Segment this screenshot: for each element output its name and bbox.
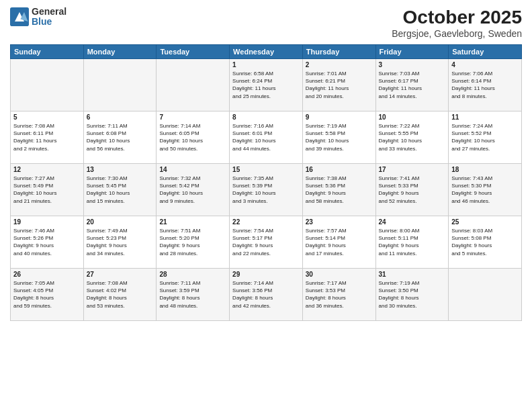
weekday-header: Sunday (11, 45, 84, 59)
day-number: 21 (159, 218, 226, 226)
calendar-day-cell: 10Sunrise: 7:22 AM Sunset: 5:55 PM Dayli… (375, 111, 449, 164)
calendar-week-row: 12Sunrise: 7:27 AM Sunset: 5:49 PM Dayli… (11, 164, 522, 216)
day-info: Sunrise: 7:27 AM Sunset: 5:49 PM Dayligh… (13, 175, 81, 205)
day-info: Sunrise: 7:30 AM Sunset: 5:45 PM Dayligh… (87, 175, 154, 205)
day-number: 2 (306, 61, 373, 68)
calendar-day-cell: 30Sunrise: 7:17 AM Sunset: 3:53 PM Dayli… (302, 269, 375, 321)
calendar-day-cell: 5Sunrise: 7:08 AM Sunset: 6:11 PM Daylig… (11, 111, 84, 164)
day-number: 24 (379, 218, 446, 226)
day-info: Sunrise: 7:19 AM Sunset: 3:50 PM Dayligh… (379, 279, 446, 310)
day-number: 7 (159, 113, 226, 121)
day-info: Sunrise: 7:38 AM Sunset: 5:36 PM Dayligh… (306, 175, 373, 205)
page-header: General Blue October 2025 Bergsjoe, Gaev… (10, 7, 522, 39)
calendar-day-cell: 20Sunrise: 7:49 AM Sunset: 5:23 PM Dayli… (83, 216, 157, 269)
calendar-day-cell: 12Sunrise: 7:27 AM Sunset: 5:49 PM Dayli… (11, 164, 84, 216)
calendar-day-cell (449, 269, 522, 321)
day-info: Sunrise: 7:54 AM Sunset: 5:17 PM Dayligh… (232, 227, 300, 257)
calendar-day-cell: 27Sunrise: 7:08 AM Sunset: 4:02 PM Dayli… (83, 269, 157, 321)
day-number: 11 (451, 113, 519, 121)
day-info: Sunrise: 7:41 AM Sunset: 5:33 PM Dayligh… (379, 175, 446, 205)
day-info: Sunrise: 7:11 AM Sunset: 6:08 PM Dayligh… (87, 122, 154, 152)
day-number: 19 (13, 218, 81, 226)
calendar-day-cell: 2Sunrise: 7:01 AM Sunset: 6:21 PM Daylig… (302, 59, 375, 111)
day-info: Sunrise: 8:00 AM Sunset: 5:11 PM Dayligh… (379, 227, 446, 257)
calendar-day-cell (11, 59, 84, 111)
calendar-week-row: 5Sunrise: 7:08 AM Sunset: 6:11 PM Daylig… (11, 111, 522, 164)
weekday-header: Friday (375, 45, 449, 59)
logo-text: General Blue (32, 7, 66, 28)
day-info: Sunrise: 7:14 AM Sunset: 6:05 PM Dayligh… (159, 122, 226, 152)
logo-general-text: General (32, 7, 66, 17)
weekday-header: Thursday (302, 45, 375, 59)
day-info: Sunrise: 7:43 AM Sunset: 5:30 PM Dayligh… (451, 175, 519, 205)
calendar-day-cell: 9Sunrise: 7:19 AM Sunset: 5:58 PM Daylig… (302, 111, 375, 164)
calendar-day-cell: 18Sunrise: 7:43 AM Sunset: 5:30 PM Dayli… (449, 164, 522, 216)
day-number: 29 (232, 271, 300, 278)
day-number: 26 (13, 271, 81, 278)
logo-icon (10, 7, 29, 26)
calendar-day-cell: 13Sunrise: 7:30 AM Sunset: 5:45 PM Dayli… (83, 164, 157, 216)
day-info: Sunrise: 7:01 AM Sunset: 6:21 PM Dayligh… (306, 70, 373, 100)
calendar-day-cell: 23Sunrise: 7:57 AM Sunset: 5:14 PM Dayli… (302, 216, 375, 269)
weekday-header: Tuesday (157, 45, 230, 59)
day-info: Sunrise: 6:58 AM Sunset: 6:24 PM Dayligh… (232, 70, 300, 100)
calendar-header-row: SundayMondayTuesdayWednesdayThursdayFrid… (11, 45, 522, 59)
day-number: 12 (13, 166, 81, 173)
calendar-day-cell: 3Sunrise: 7:03 AM Sunset: 6:17 PM Daylig… (375, 59, 449, 111)
month-title: October 2025 (392, 7, 522, 28)
calendar-day-cell: 7Sunrise: 7:14 AM Sunset: 6:05 PM Daylig… (157, 111, 230, 164)
weekday-header: Wednesday (230, 45, 303, 59)
title-block: October 2025 Bergsjoe, Gaevleborg, Swede… (392, 7, 522, 39)
calendar-day-cell: 31Sunrise: 7:19 AM Sunset: 3:50 PM Dayli… (375, 269, 449, 321)
calendar-day-cell: 15Sunrise: 7:35 AM Sunset: 5:39 PM Dayli… (230, 164, 303, 216)
calendar-week-row: 26Sunrise: 7:05 AM Sunset: 4:05 PM Dayli… (11, 269, 522, 321)
day-number: 13 (87, 166, 154, 173)
day-number: 31 (379, 271, 446, 278)
calendar-day-cell (83, 59, 157, 111)
calendar-day-cell: 8Sunrise: 7:16 AM Sunset: 6:01 PM Daylig… (230, 111, 303, 164)
calendar-day-cell: 25Sunrise: 8:03 AM Sunset: 5:08 PM Dayli… (449, 216, 522, 269)
calendar-day-cell (157, 59, 230, 111)
day-info: Sunrise: 7:32 AM Sunset: 5:42 PM Dayligh… (159, 175, 226, 205)
day-info: Sunrise: 7:16 AM Sunset: 6:01 PM Dayligh… (232, 122, 300, 152)
day-number: 16 (306, 166, 373, 173)
day-number: 17 (379, 166, 446, 173)
calendar-day-cell: 24Sunrise: 8:00 AM Sunset: 5:11 PM Dayli… (375, 216, 449, 269)
day-info: Sunrise: 7:35 AM Sunset: 5:39 PM Dayligh… (232, 175, 300, 205)
calendar-body: 1Sunrise: 6:58 AM Sunset: 6:24 PM Daylig… (11, 59, 522, 321)
day-number: 3 (379, 61, 446, 68)
calendar-day-cell: 6Sunrise: 7:11 AM Sunset: 6:08 PM Daylig… (83, 111, 157, 164)
day-info: Sunrise: 7:08 AM Sunset: 4:02 PM Dayligh… (87, 279, 154, 310)
day-number: 22 (232, 218, 300, 226)
day-number: 6 (87, 113, 154, 121)
calendar-day-cell: 22Sunrise: 7:54 AM Sunset: 5:17 PM Dayli… (230, 216, 303, 269)
calendar-day-cell: 1Sunrise: 6:58 AM Sunset: 6:24 PM Daylig… (230, 59, 303, 111)
day-number: 15 (232, 166, 300, 173)
day-number: 18 (451, 166, 519, 173)
calendar-day-cell: 21Sunrise: 7:51 AM Sunset: 5:20 PM Dayli… (157, 216, 230, 269)
calendar-day-cell: 17Sunrise: 7:41 AM Sunset: 5:33 PM Dayli… (375, 164, 449, 216)
day-info: Sunrise: 7:06 AM Sunset: 6:14 PM Dayligh… (451, 70, 519, 100)
day-number: 27 (87, 271, 154, 278)
day-number: 23 (306, 218, 373, 226)
day-number: 14 (159, 166, 226, 173)
calendar-week-row: 1Sunrise: 6:58 AM Sunset: 6:24 PM Daylig… (11, 59, 522, 111)
calendar-week-row: 19Sunrise: 7:46 AM Sunset: 5:26 PM Dayli… (11, 216, 522, 269)
calendar-day-cell: 14Sunrise: 7:32 AM Sunset: 5:42 PM Dayli… (157, 164, 230, 216)
day-info: Sunrise: 7:46 AM Sunset: 5:26 PM Dayligh… (13, 227, 81, 257)
day-number: 28 (159, 271, 226, 278)
day-number: 8 (232, 113, 300, 121)
day-info: Sunrise: 7:03 AM Sunset: 6:17 PM Dayligh… (379, 70, 446, 100)
logo-blue-text: Blue (32, 17, 66, 27)
calendar-day-cell: 11Sunrise: 7:24 AM Sunset: 5:52 PM Dayli… (449, 111, 522, 164)
location-subtitle: Bergsjoe, Gaevleborg, Sweden (392, 28, 522, 39)
calendar-day-cell: 19Sunrise: 7:46 AM Sunset: 5:26 PM Dayli… (11, 216, 84, 269)
day-number: 20 (87, 218, 154, 226)
day-info: Sunrise: 7:05 AM Sunset: 4:05 PM Dayligh… (13, 279, 81, 310)
day-number: 1 (232, 61, 300, 68)
day-info: Sunrise: 7:14 AM Sunset: 3:56 PM Dayligh… (232, 279, 300, 310)
day-number: 10 (379, 113, 446, 121)
page-container: General Blue October 2025 Bergsjoe, Gaev… (0, 0, 532, 411)
day-number: 4 (451, 61, 519, 68)
day-info: Sunrise: 8:03 AM Sunset: 5:08 PM Dayligh… (451, 227, 519, 257)
